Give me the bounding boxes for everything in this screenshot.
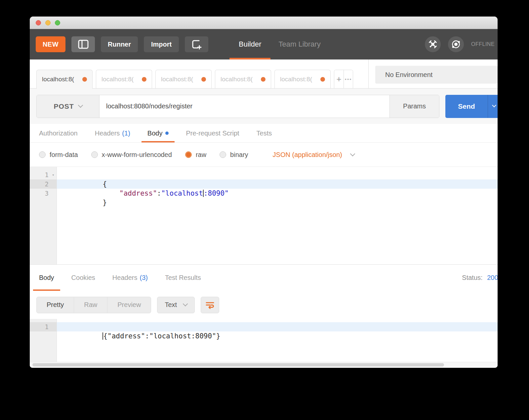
tab-test-results[interactable]: Test Results xyxy=(165,265,201,291)
send-split-button: Send xyxy=(445,95,498,118)
runner-button[interactable]: Runner xyxy=(101,36,138,52)
response-sub-tabs: Body Cookies Headers (3) Test Results St… xyxy=(30,264,498,291)
minimize-window-icon[interactable] xyxy=(45,20,51,25)
view-pretty-button[interactable]: Pretty xyxy=(37,297,74,313)
request-tab-3[interactable]: localhost:8( xyxy=(155,70,212,88)
headers-count-badge: (1) xyxy=(122,130,130,137)
tab-body[interactable]: Body xyxy=(147,124,169,142)
horizontal-scrollbar[interactable] xyxy=(30,362,498,367)
radio-urlencoded[interactable]: x-www-form-urlencoded xyxy=(91,151,172,159)
headers-label: Headers xyxy=(95,130,120,137)
radio-label: x-www-form-urlencoded xyxy=(102,151,172,159)
method-select[interactable]: POST xyxy=(37,95,100,118)
request-tab-label: localhost:8( xyxy=(161,76,193,83)
view-raw-button[interactable]: Raw xyxy=(74,297,107,313)
code-line-1: { xyxy=(57,170,498,179)
request-tab-4[interactable]: localhost:8( xyxy=(215,70,271,88)
chevron-down-icon xyxy=(183,301,188,307)
response-body-active-underline xyxy=(33,289,60,291)
tab-headers[interactable]: Headers (1) xyxy=(95,124,130,142)
params-button[interactable]: Params xyxy=(389,95,439,118)
new-button[interactable]: NEW xyxy=(36,36,65,52)
plus-icon: + xyxy=(336,74,341,84)
request-tab-5[interactable]: localhost:8( xyxy=(274,70,331,88)
editor-code-area[interactable]: { "address":"localhost:8090" } xyxy=(57,167,498,264)
url-input[interactable] xyxy=(100,95,389,118)
import-button[interactable]: Import xyxy=(144,36,179,52)
editor-gutter: 1 ▾ 2 3 xyxy=(30,167,57,264)
two-pane-layout-icon xyxy=(78,39,89,49)
response-body-viewer[interactable]: 1 {"address":"localhost:8090"} xyxy=(30,319,498,362)
screenshot-stage: NEW Runner Import xyxy=(0,0,529,420)
radio-unselected-icon xyxy=(91,151,98,158)
line-number: 3 xyxy=(30,189,57,198)
layout-toggle-button[interactable] xyxy=(71,36,95,52)
radio-unselected-icon xyxy=(39,151,46,158)
more-tabs-button[interactable]: ••• xyxy=(344,70,353,88)
content-type-select[interactable]: JSON (application/json) xyxy=(273,151,354,159)
chevron-down-icon xyxy=(78,103,83,108)
sync-status-button[interactable] xyxy=(448,36,464,52)
body-active-underline xyxy=(142,141,175,142)
scrollbar-thumb[interactable] xyxy=(32,363,444,366)
chevron-down-icon xyxy=(350,151,355,156)
url-bar: POST Params xyxy=(36,95,439,118)
unsaved-changes-dot xyxy=(82,77,87,82)
request-body-editor[interactable]: 1 ▾ 2 3 { "address":"localhost:8090" } xyxy=(30,167,498,264)
view-preview-button[interactable]: Preview xyxy=(107,297,151,313)
tab-actions-group: + ••• xyxy=(334,70,353,88)
request-tab-2[interactable]: localhost:8( xyxy=(96,70,152,88)
request-tab-label: localhost:8( xyxy=(221,76,253,83)
builder-label: Builder xyxy=(239,40,261,49)
tab-tests[interactable]: Tests xyxy=(257,124,272,142)
environment-selector[interactable]: No Environment xyxy=(375,66,498,84)
status-label: Status: xyxy=(462,274,482,281)
method-label: POST xyxy=(54,102,74,110)
radio-selected-icon xyxy=(185,151,192,158)
unsaved-changes-dot xyxy=(201,77,206,82)
request-builder-bar: POST Params Send xyxy=(30,89,498,124)
request-tab-1[interactable]: localhost:8( xyxy=(36,70,93,89)
radio-label: form-data xyxy=(50,151,78,159)
tab-builder[interactable]: Builder xyxy=(239,29,261,59)
radio-label: raw xyxy=(196,151,206,159)
status-value: 200 OK xyxy=(487,274,498,281)
tab-pre-request-script[interactable]: Pre-request Script xyxy=(186,124,239,142)
interceptor-satellite-icon xyxy=(428,40,437,49)
send-options-button[interactable] xyxy=(488,95,498,118)
tab-authorization[interactable]: Authorization xyxy=(39,124,78,142)
interceptor-button[interactable] xyxy=(425,36,441,52)
radio-form-data[interactable]: form-data xyxy=(39,151,78,159)
close-window-icon[interactable] xyxy=(36,20,41,25)
code-fold-icon[interactable]: ▾ xyxy=(52,171,54,180)
tab-response-headers[interactable]: Headers (3) xyxy=(112,265,148,291)
main-toolbar: NEW Runner Import xyxy=(30,29,498,59)
radio-binary[interactable]: binary xyxy=(220,151,248,159)
response-headers-label: Headers xyxy=(112,274,138,282)
response-code-area[interactable]: {"address":"localhost:8090"} xyxy=(57,319,498,362)
response-gutter: 1 xyxy=(30,319,57,362)
tab-team-library[interactable]: Team Library xyxy=(278,29,320,59)
word-wrap-icon xyxy=(205,301,215,309)
new-window-button[interactable] xyxy=(185,36,208,52)
tab-response-body[interactable]: Body xyxy=(39,265,54,291)
response-format-select[interactable]: Text xyxy=(157,297,195,313)
format-label: Text xyxy=(165,301,177,309)
body-type-row: form-data x-www-form-urlencoded raw bina… xyxy=(30,143,498,167)
response-body-label: Body xyxy=(39,274,54,282)
postman-window: NEW Runner Import xyxy=(30,17,498,368)
radio-raw[interactable]: raw xyxy=(185,151,206,159)
add-tab-button[interactable]: + xyxy=(334,70,344,88)
macos-titlebar xyxy=(30,17,498,29)
request-tab-strip: localhost:8( localhost:8( localhost:8( l… xyxy=(30,59,498,89)
send-button[interactable]: Send xyxy=(445,95,488,118)
line-number: 2 xyxy=(30,179,57,189)
toolbar-right-group: OFFLINE xyxy=(425,29,495,59)
unsaved-changes-dot xyxy=(261,77,265,82)
wrap-lines-button[interactable] xyxy=(201,297,219,313)
content-type-label: JSON (application/json) xyxy=(273,151,342,159)
unsaved-changes-dot xyxy=(142,77,146,82)
tab-cookies[interactable]: Cookies xyxy=(71,265,95,291)
zoom-window-icon[interactable] xyxy=(55,20,60,25)
strip-divider xyxy=(368,59,369,88)
